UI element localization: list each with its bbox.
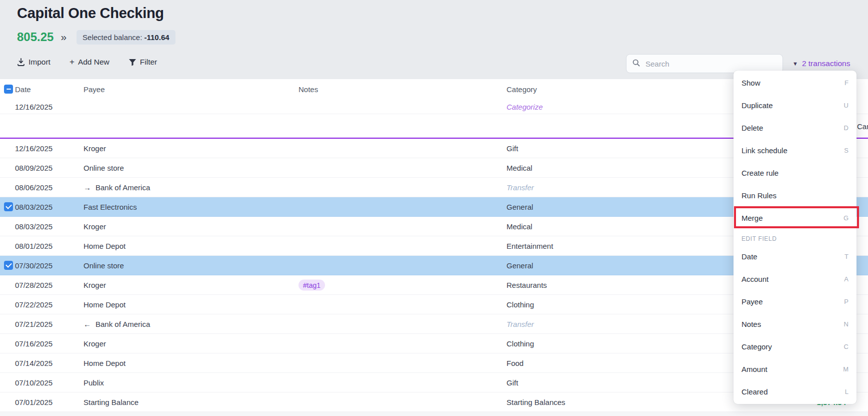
- cell-payee[interactable]: Fast Electronics: [84, 203, 137, 211]
- menu-item-shortcut: A: [844, 275, 848, 283]
- menu-item-run-rules[interactable]: Run Rules: [734, 184, 856, 207]
- menu-item-notes[interactable]: Notes N: [734, 313, 856, 335]
- cell-date[interactable]: 12/16/2025: [15, 102, 52, 111]
- selected-balance-badge: Selected balance: -110.64: [76, 30, 175, 45]
- transfer-arrow-icon: ←: [84, 320, 91, 328]
- cell-payee[interactable]: Kroger: [84, 222, 106, 231]
- cell-date[interactable]: 08/03/2025: [15, 203, 52, 211]
- menu-item-delete[interactable]: Delete D: [734, 117, 856, 139]
- expand-balance-icon[interactable]: »: [60, 31, 66, 43]
- menu-item-payee[interactable]: Payee P: [734, 290, 856, 313]
- add-new-button[interactable]: + Add New: [70, 57, 110, 67]
- menu-item-create-rule[interactable]: Create rule: [734, 162, 856, 184]
- cell-category[interactable]: Medical: [506, 222, 532, 231]
- cell-category[interactable]: Entertainment: [506, 242, 553, 250]
- cell-payee[interactable]: Home Depot: [84, 242, 126, 250]
- menu-item-label: Create rule: [742, 169, 778, 177]
- menu-item-merge[interactable]: Merge G: [734, 207, 856, 229]
- search-input[interactable]: [644, 59, 776, 69]
- cell-payee[interactable]: Online store: [84, 261, 124, 270]
- cell-category[interactable]: General: [506, 203, 533, 211]
- menu-item-label: Link schedule: [742, 146, 788, 155]
- menu-item-cleared[interactable]: Cleared L: [734, 380, 856, 403]
- cell-date[interactable]: 07/01/2025: [15, 398, 52, 406]
- cell-payee[interactable]: →Bank of America: [84, 183, 150, 192]
- selected-balance-label: Selected balance:: [82, 33, 144, 42]
- menu-item-label: Run Rules: [742, 191, 776, 200]
- column-header-category[interactable]: Category: [506, 85, 537, 94]
- cell-payee[interactable]: Home Depot: [84, 300, 126, 309]
- menu-item-duplicate[interactable]: Duplicate U: [734, 94, 856, 117]
- menu-item-label: Notes: [742, 320, 761, 328]
- filter-button[interactable]: Filter: [128, 58, 157, 67]
- cell-category[interactable]: Categorize: [506, 102, 543, 111]
- cell-payee[interactable]: ←Bank of America: [84, 320, 150, 328]
- cell-category[interactable]: General: [506, 261, 533, 270]
- column-header-payee[interactable]: Payee: [84, 85, 105, 94]
- column-header-date[interactable]: Date: [15, 85, 31, 94]
- cell-category[interactable]: Gift: [506, 378, 518, 387]
- transfer-arrow-icon: →: [84, 183, 91, 192]
- cell-category[interactable]: Food: [506, 359, 524, 367]
- cell-category[interactable]: Starting Balances: [506, 398, 566, 406]
- check-icon: [6, 203, 12, 209]
- cell-date[interactable]: 08/06/2025: [15, 183, 52, 192]
- import-button[interactable]: Import: [17, 58, 50, 67]
- cell-date[interactable]: 07/10/2025: [15, 378, 52, 387]
- cell-category[interactable]: Medical: [506, 164, 532, 172]
- menu-item-link-schedule[interactable]: Link schedule S: [734, 139, 856, 162]
- cell-notes[interactable]: #tag1: [298, 281, 325, 289]
- filter-label: Filter: [140, 58, 157, 67]
- select-all-checkbox[interactable]: [4, 85, 13, 94]
- cancel-button[interactable]: Cancel: [857, 122, 868, 130]
- menu-section-label: EDIT FIELD: [734, 229, 856, 245]
- menu-item-show[interactable]: Show F: [734, 72, 856, 94]
- account-header: Capital One Checking 805.25 » Selected b…: [0, 0, 868, 79]
- cell-date[interactable]: 08/03/2025: [15, 222, 52, 231]
- cell-date[interactable]: 07/30/2025: [15, 261, 52, 270]
- transactions-count-label: 2 transactions: [802, 59, 850, 68]
- cell-date[interactable]: 07/16/2025: [15, 339, 52, 348]
- row-checkbox[interactable]: [4, 261, 13, 270]
- cell-date[interactable]: 12/16/2025: [15, 144, 52, 153]
- row-checkbox[interactable]: [4, 202, 13, 211]
- cell-payee[interactable]: Kroger: [84, 281, 106, 289]
- cell-date[interactable]: 07/22/2025: [15, 300, 52, 309]
- import-icon: [17, 58, 25, 66]
- cell-category[interactable]: Clothing: [506, 339, 534, 348]
- cell-category[interactable]: Transfer: [506, 183, 534, 192]
- cell-payee[interactable]: Home Depot: [84, 359, 126, 367]
- cell-payee[interactable]: Kroger: [84, 144, 106, 153]
- menu-item-shortcut: F: [844, 79, 848, 87]
- menu-item-amount[interactable]: Amount M: [734, 358, 856, 380]
- column-header-notes[interactable]: Notes: [298, 85, 318, 94]
- menu-item-account[interactable]: Account A: [734, 268, 856, 290]
- page-title: Capital One Checking: [17, 5, 164, 22]
- cell-date[interactable]: 07/28/2025: [15, 281, 52, 289]
- cell-category[interactable]: Gift: [506, 144, 518, 153]
- menu-item-date[interactable]: Date T: [734, 245, 856, 268]
- cell-category[interactable]: Restaurants: [506, 281, 547, 289]
- menu-item-shortcut: P: [844, 298, 848, 305]
- cell-category[interactable]: Clothing: [506, 300, 534, 309]
- menu-item-label: Duplicate: [742, 101, 773, 110]
- note-tag[interactable]: #tag1: [298, 280, 325, 291]
- toolbar: Import + Add New Filter: [17, 53, 157, 71]
- menu-item-label: Account: [742, 275, 768, 283]
- cell-payee[interactable]: Publix: [84, 378, 104, 387]
- cell-date[interactable]: 07/14/2025: [15, 359, 52, 367]
- add-new-label: Add New: [78, 58, 110, 67]
- cell-date[interactable]: 08/01/2025: [15, 242, 52, 250]
- cell-payee[interactable]: Kroger: [84, 339, 106, 348]
- cell-payee[interactable]: Online store: [84, 164, 124, 172]
- cell-category[interactable]: Transfer: [506, 320, 534, 328]
- menu-item-category[interactable]: Category C: [734, 335, 856, 358]
- menu-item-label: Merge: [742, 214, 763, 222]
- menu-item-label: Payee: [742, 297, 763, 306]
- cell-payee[interactable]: Starting Balance: [84, 398, 138, 406]
- cell-date[interactable]: 08/09/2025: [15, 164, 52, 172]
- account-page: Capital One Checking 805.25 » Selected b…: [0, 0, 868, 416]
- cell-date[interactable]: 07/21/2025: [15, 320, 52, 328]
- menu-item-shortcut: C: [844, 343, 848, 350]
- menu-item-label: Date: [742, 252, 758, 261]
